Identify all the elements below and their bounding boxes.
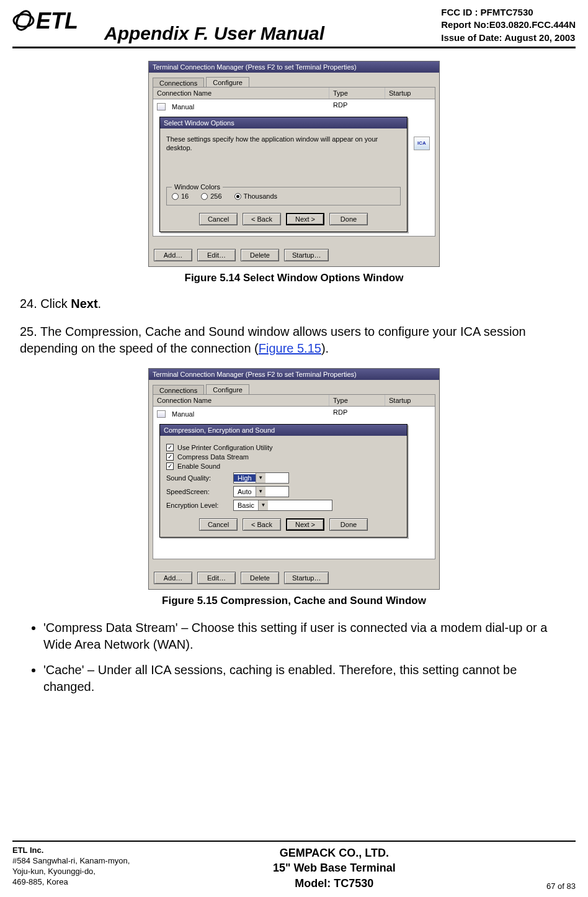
add-button[interactable]: Add… bbox=[154, 249, 192, 261]
page-footer: ETL Inc. #584 Sangwhal-ri, Kanam-myon, Y… bbox=[12, 841, 576, 891]
terminal-conn-manager-window-2: Terminal Connection Manager (Press F2 to… bbox=[148, 368, 440, 590]
window-colors-group: Window Colors 16 256 Thousands bbox=[166, 187, 401, 205]
report-no: Report No:E03.0820.FCC.444N bbox=[441, 19, 576, 31]
row-startup bbox=[385, 407, 435, 421]
configure-panel: Connection Name Type Startup Manual RDP … bbox=[153, 394, 435, 559]
document-icon bbox=[157, 103, 166, 110]
combo-encryption[interactable]: Basic▼ bbox=[233, 500, 332, 511]
radio-256[interactable]: 256 bbox=[201, 192, 221, 200]
footer-product: GEMPACK CO., LTD. 15" Web Base Terminal … bbox=[213, 845, 455, 891]
delete-button[interactable]: Delete bbox=[241, 572, 279, 584]
back-button[interactable]: < Back bbox=[243, 213, 281, 225]
label-speedscreen: SpeedScreen: bbox=[166, 488, 228, 495]
radio-16[interactable]: 16 bbox=[172, 192, 189, 200]
delete-button[interactable]: Delete bbox=[241, 249, 279, 261]
window-titlebar: Terminal Connection Manager (Press F2 to… bbox=[149, 369, 439, 380]
row-type: RDP bbox=[329, 407, 385, 421]
connection-list: Manual RDP Compression, Encryption and S… bbox=[153, 407, 435, 559]
next-bold: Next bbox=[71, 297, 97, 310]
dialog-titlebar: Compression, Encryption and Sound bbox=[160, 425, 407, 436]
row-type: RDP bbox=[329, 99, 385, 114]
list-header: Connection Name Type Startup bbox=[153, 88, 435, 99]
list-item[interactable]: Manual RDP bbox=[153, 99, 435, 114]
next-button[interactable]: Next > bbox=[286, 518, 324, 531]
page-header: ETL Appendix F. User Manual FCC ID : PFM… bbox=[12, 6, 576, 48]
back-button[interactable]: < Back bbox=[243, 518, 281, 531]
col-startup: Startup bbox=[385, 88, 435, 99]
tab-configure[interactable]: Configure bbox=[206, 384, 249, 395]
fcc-id: FCC ID : PFMTC7530 bbox=[441, 6, 576, 19]
bullet-cache: 'Cache' – Under all ICA sessions, cachin… bbox=[43, 662, 557, 695]
col-connection-name: Connection Name bbox=[153, 395, 329, 406]
svg-point-1 bbox=[14, 9, 33, 32]
label-encryption: Encryption Level: bbox=[166, 502, 228, 509]
radio-thousands[interactable]: Thousands bbox=[234, 192, 277, 200]
connection-list: Manual RDP ICA Select Window Options The… bbox=[153, 99, 435, 236]
figure-5-14: Terminal Connection Manager (Press F2 to… bbox=[12, 61, 576, 284]
group-title: Window Colors bbox=[172, 183, 223, 191]
startup-button[interactable]: Startup… bbox=[284, 572, 329, 584]
col-startup: Startup bbox=[385, 395, 435, 406]
appendix-title: Appendix F. User Manual bbox=[104, 23, 441, 44]
row-name: Manual bbox=[168, 101, 198, 112]
bullet-compress: 'Compress Data Stream' – Choose this set… bbox=[43, 620, 557, 653]
footer-address: ETL Inc. #584 Sangwhal-ri, Kanam-myon, Y… bbox=[12, 845, 213, 888]
footer-company: ETL Inc. bbox=[12, 845, 213, 856]
combo-speedscreen[interactable]: Auto▼ bbox=[233, 486, 289, 497]
list-item[interactable]: Manual RDP bbox=[153, 407, 435, 421]
figure-caption: Figure 5.15 Compression, Cache and Sound… bbox=[12, 595, 576, 607]
col-type: Type bbox=[329, 395, 385, 406]
chk-printer-util[interactable]: ✓Use Printer Configuration Utility bbox=[166, 444, 401, 451]
terminal-conn-manager-window: Terminal Connection Manager (Press F2 to… bbox=[148, 61, 440, 267]
page-number: 67 of 83 bbox=[455, 881, 576, 891]
col-connection-name: Connection Name bbox=[153, 88, 329, 99]
edit-button[interactable]: Edit… bbox=[197, 249, 236, 261]
header-meta: FCC ID : PFMTC7530 Report No:E03.0820.FC… bbox=[441, 6, 576, 44]
list-header: Connection Name Type Startup bbox=[153, 395, 435, 407]
configure-panel: Connection Name Type Startup Manual RDP … bbox=[153, 87, 435, 237]
combo-sound-quality[interactable]: High▼ bbox=[233, 472, 289, 484]
label-sound-quality: Sound Quality: bbox=[166, 474, 228, 482]
row-startup bbox=[385, 99, 435, 114]
chevron-down-icon: ▼ bbox=[256, 487, 265, 497]
bullet-list: 'Compress Data Stream' – Choose this set… bbox=[31, 620, 557, 695]
done-button[interactable]: Done bbox=[329, 213, 368, 225]
dialog-titlebar: Select Window Options bbox=[160, 117, 407, 128]
tab-strip: Connections Configure bbox=[149, 380, 439, 394]
col-type: Type bbox=[329, 88, 385, 99]
cancel-button[interactable]: Cancel bbox=[199, 213, 238, 225]
next-button[interactable]: Next > bbox=[286, 213, 324, 225]
chevron-down-icon: ▼ bbox=[258, 500, 268, 510]
issue-date: Issue of Date: August 20, 2003 bbox=[441, 32, 576, 44]
compression-dialog: Compression, Encryption and Sound ✓Use P… bbox=[159, 424, 408, 538]
figure-caption: Figure 5.14 Select Window Options Window bbox=[12, 272, 576, 284]
tab-strip: Connections Configure bbox=[149, 73, 439, 87]
chk-compress[interactable]: ✓Compress Data Stream bbox=[166, 453, 401, 461]
svg-text:ETL: ETL bbox=[36, 8, 78, 34]
figure-5-15: Terminal Connection Manager (Press F2 to… bbox=[12, 368, 576, 607]
figure-5-15-link[interactable]: Figure 5.15 bbox=[259, 341, 321, 355]
step-25: 25. The Compression, Cache and Sound win… bbox=[20, 323, 568, 357]
window-titlebar: Terminal Connection Manager (Press F2 to… bbox=[149, 61, 439, 73]
chk-enable-sound[interactable]: ✓Enable Sound bbox=[166, 462, 401, 470]
done-button[interactable]: Done bbox=[329, 518, 368, 531]
etl-logo: ETL bbox=[12, 6, 93, 34]
tab-configure[interactable]: Configure bbox=[206, 77, 249, 88]
dialog-message: These settings specify how the applicati… bbox=[166, 135, 401, 153]
add-button[interactable]: Add… bbox=[154, 572, 192, 584]
cancel-button[interactable]: Cancel bbox=[199, 518, 238, 531]
ica-icon: ICA bbox=[414, 137, 430, 150]
step-24: 24. Click Next. bbox=[20, 295, 568, 312]
startup-button[interactable]: Startup… bbox=[284, 249, 329, 261]
document-icon bbox=[157, 410, 166, 418]
row-name: Manual bbox=[168, 408, 198, 420]
chevron-down-icon: ▼ bbox=[256, 473, 265, 483]
edit-button[interactable]: Edit… bbox=[197, 572, 236, 584]
select-window-options-dialog: Select Window Options These settings spe… bbox=[159, 117, 408, 233]
